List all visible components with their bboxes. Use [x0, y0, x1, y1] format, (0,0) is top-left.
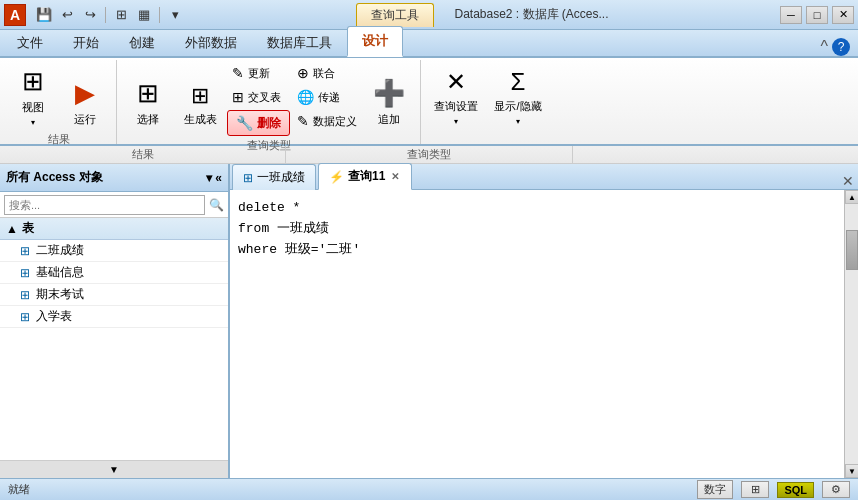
sidebar-filter-icon[interactable]: ▾ — [206, 171, 212, 185]
content-tab-icon-0: ⊞ — [243, 171, 253, 185]
content-tabs: ⊞ 一班成绩 ⚡ 查询11 ✕ ✕ — [230, 164, 858, 190]
maximize-btn[interactable]: □ — [806, 6, 828, 24]
scroll-up-btn[interactable]: ▲ — [845, 190, 858, 204]
make-table-button[interactable]: ⊞ 生成表 — [175, 62, 225, 130]
tab-db-tools[interactable]: 数据库工具 — [252, 28, 347, 57]
append-icon: ➕ — [373, 78, 405, 109]
content-tab-0[interactable]: ⊞ 一班成绩 — [232, 164, 316, 190]
sidebar-header-icons: ▾ « — [206, 171, 222, 185]
search-icon[interactable]: 🔍 — [209, 198, 224, 212]
separator1 — [105, 7, 106, 23]
small-btns-col2: ⊕ 联合 🌐 传递 ✎ 数据定义 — [292, 62, 362, 132]
sql-editor[interactable]: delete * from 一班成绩 where 班级='二班' — [238, 198, 836, 260]
data-def-icon: ✎ — [297, 113, 309, 129]
ribbon-tabs: 文件 开始 创建 外部数据 数据库工具 设计 ^ ? — [0, 30, 858, 58]
title-bar-right: ─ □ ✕ — [780, 6, 854, 24]
title-bar: A 💾 ↩ ↪ ⊞ ▦ ▾ 查询工具 Database2 : 数据库 (Acce… — [0, 0, 858, 30]
redo-btn[interactable]: ↪ — [80, 5, 100, 25]
collapse-icon[interactable]: ^ — [820, 38, 828, 56]
sidebar-items: ⊞ 二班成绩 ⊞ 基础信息 ⊞ 期末考试 ⊞ 入学表 — [0, 240, 228, 460]
tab-create[interactable]: 创建 — [114, 28, 170, 57]
sidebar-scroll-down[interactable]: ▼ — [0, 460, 228, 478]
sidebar-title: 所有 Access 对象 — [6, 169, 202, 186]
ribbon-group-query-settings: ✕ 查询设置 ▾ Σ 显示/隐藏 ▾ — [423, 60, 553, 144]
content-body[interactable]: delete * from 一班成绩 where 班级='二班' — [230, 190, 844, 478]
query-tools-tab: 查询工具 — [356, 3, 434, 27]
tab-design[interactable]: 设计 — [347, 26, 403, 57]
content-tab-close-all[interactable]: ✕ — [838, 173, 858, 189]
content-tab-1[interactable]: ⚡ 查询11 ✕ — [318, 163, 412, 190]
tab-external[interactable]: 外部数据 — [170, 28, 252, 57]
settings-icon: ⚙ — [831, 483, 841, 495]
ribbon-group-query-type: ⊞ 选择 ⊞ 生成表 ✎ 更新 ⊞ 交叉表 🔧 删除 — [119, 60, 421, 144]
view-button[interactable]: ⊞ 视图 ▾ — [8, 62, 58, 130]
run-icon: ▶ — [75, 78, 95, 109]
show-hide-button[interactable]: Σ 显示/隐藏 ▾ — [489, 62, 547, 130]
results-group-content: ⊞ 视图 ▾ ▶ 运行 — [8, 62, 110, 130]
sidebar-item-1[interactable]: ⊞ 基础信息 — [0, 262, 228, 284]
title-bar-center: 查询工具 Database2 : 数据库 (Acces... — [185, 3, 780, 27]
content-tab-label-1: 查询11 — [348, 168, 385, 185]
sidebar-collapse-icon[interactable]: « — [215, 171, 222, 185]
table-icon-0: ⊞ — [20, 244, 30, 258]
dropdown-btn[interactable]: ▾ — [165, 5, 185, 25]
results-label: 结果 — [8, 130, 110, 147]
delete-button[interactable]: 🔧 删除 — [227, 110, 290, 136]
status-text: 就绪 — [8, 482, 689, 497]
num-btn[interactable]: 数字 — [697, 480, 733, 499]
sql-status-btn[interactable]: SQL — [777, 482, 814, 498]
scroll-down-btn[interactable]: ▼ — [845, 464, 858, 478]
sidebar: 所有 Access 对象 ▾ « 🔍 ▲ 表 ⊞ 二班成绩 ⊞ 基础信息 ⊞ — [0, 164, 230, 478]
tab-file[interactable]: 文件 — [2, 28, 58, 57]
search-input[interactable] — [4, 195, 205, 215]
union-icon: ⊕ — [297, 65, 309, 81]
title-bar-left: A 💾 ↩ ↪ ⊞ ▦ ▾ — [4, 4, 185, 26]
sidebar-item-3[interactable]: ⊞ 入学表 — [0, 306, 228, 328]
settings-status-btn[interactable]: ⚙ — [822, 481, 850, 498]
content-body-wrapper: delete * from 一班成绩 where 班级='二班' ▲ ▼ — [230, 190, 858, 478]
append-button[interactable]: ➕ 追加 — [364, 62, 414, 130]
undo-btn[interactable]: ↩ — [57, 5, 77, 25]
window-title: Database2 : 数据库 (Acces... — [454, 6, 608, 23]
scroll-thumb[interactable] — [846, 230, 858, 270]
update-icon: ✎ — [232, 65, 244, 81]
table-icon-1: ⊞ — [20, 266, 30, 280]
sidebar-section-header[interactable]: ▲ 表 — [0, 218, 228, 240]
arrow-icon: ▾ — [31, 118, 35, 127]
cross-tab-icon: ⊞ — [232, 89, 244, 105]
table-icon-2: ⊞ — [20, 288, 30, 302]
sidebar-item-0[interactable]: ⊞ 二班成绩 — [0, 240, 228, 262]
make-table-icon: ⊞ — [191, 83, 209, 109]
grid-status-icon: ⊞ — [751, 483, 760, 495]
content-tab-label-0: 一班成绩 — [257, 169, 305, 186]
union-button[interactable]: ⊕ 联合 — [292, 62, 362, 84]
quick-tools: 💾 ↩ ↪ ⊞ ▦ ▾ — [34, 5, 185, 25]
close-btn[interactable]: ✕ — [832, 6, 854, 24]
select-button[interactable]: ⊞ 选择 — [123, 62, 173, 130]
view-btn[interactable]: ⊞ — [111, 5, 131, 25]
small-btns-col1: ✎ 更新 ⊞ 交叉表 🔧 删除 — [227, 62, 290, 136]
minimize-btn[interactable]: ─ — [780, 6, 802, 24]
update-button[interactable]: ✎ 更新 — [227, 62, 290, 84]
pass-button[interactable]: 🌐 传递 — [292, 86, 362, 108]
main-area: 所有 Access 对象 ▾ « 🔍 ▲ 表 ⊞ 二班成绩 ⊞ 基础信息 ⊞ — [0, 164, 858, 478]
status-right: 数字 ⊞ SQL ⚙ — [697, 480, 850, 499]
grid-status-btn[interactable]: ⊞ — [741, 481, 769, 498]
cross-tab-button[interactable]: ⊞ 交叉表 — [227, 86, 290, 108]
save-quick-btn[interactable]: 💾 — [34, 5, 54, 25]
data-def-button[interactable]: ✎ 数据定义 — [292, 110, 362, 132]
close-tab-btn[interactable]: ✕ — [389, 171, 401, 182]
content-scrollbar-v[interactable]: ▲ ▼ — [844, 190, 858, 478]
grid-btn2[interactable]: ▦ — [134, 5, 154, 25]
arrow-down2-icon: ▾ — [516, 117, 520, 126]
query-settings-button[interactable]: ✕ 查询设置 ▾ — [427, 62, 485, 130]
empty-section-label — [573, 146, 858, 163]
status-bar: 就绪 数字 ⊞ SQL ⚙ — [0, 478, 858, 500]
app-logo: A — [4, 4, 26, 26]
run-button[interactable]: ▶ 运行 — [60, 62, 110, 130]
ribbon-tab-right: ^ ? — [820, 38, 858, 56]
query-settings-icon: ✕ — [446, 68, 466, 96]
sidebar-item-2[interactable]: ⊞ 期末考试 — [0, 284, 228, 306]
tab-home[interactable]: 开始 — [58, 28, 114, 57]
help-icon[interactable]: ? — [832, 38, 850, 56]
